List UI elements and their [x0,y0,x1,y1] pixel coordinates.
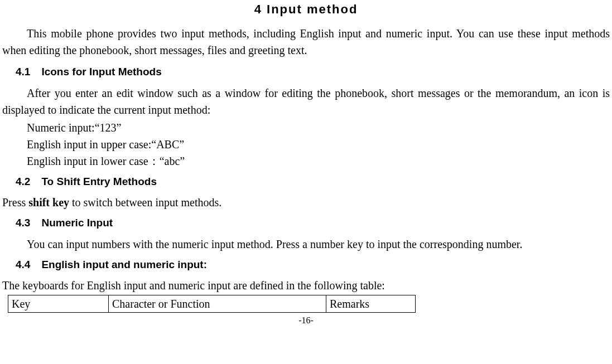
section-4-4-heading: 4.4English input and numeric input: [16,257,610,273]
text-post: to switch between input methods. [69,196,221,208]
section-number: 4.4 [16,259,30,270]
page-number: -16- [2,314,610,327]
table-row: Key Character or Function Remarks [8,295,416,313]
intro-paragraph: This mobile phone provides two input met… [2,25,610,59]
table-header-remarks: Remarks [326,295,416,313]
section-number: 4.3 [16,217,30,229]
section-title: English input and numeric input: [41,259,207,270]
table-header-key: Key [8,295,109,313]
section-4-3-heading: 4.3Numeric Input [16,215,610,231]
shift-key-text: shift key [28,196,69,208]
section-title: To Shift Entry Methods [41,176,157,187]
section-4-3-paragraph: You can input numbers with the numeric i… [2,236,610,253]
keyboard-table: Key Character or Function Remarks [8,295,610,313]
english-upper-line: English input in upper case:“ABC” [27,136,610,153]
section-4-1-paragraph: After you enter an edit window such as a… [2,85,610,118]
english-lower-line: English input in lower case：“abc” [27,153,610,169]
table-header-char: Character or Function [109,295,326,313]
section-number: 4.1 [16,66,30,77]
section-title: Icons for Input Methods [41,66,161,77]
text-pre: Press [2,196,28,208]
numeric-input-line: Numeric input:“123” [27,119,610,136]
section-title: Numeric Input [41,217,113,229]
chapter-title: 4 Input method [2,0,610,18]
section-4-4-paragraph: The keyboards for English input and nume… [2,277,610,294]
section-number: 4.2 [16,176,30,187]
section-4-1-heading: 4.1Icons for Input Methods [16,64,610,80]
section-4-2-heading: 4.2To Shift Entry Methods [16,174,610,190]
section-4-2-paragraph: Press shift key to switch between input … [2,194,610,211]
